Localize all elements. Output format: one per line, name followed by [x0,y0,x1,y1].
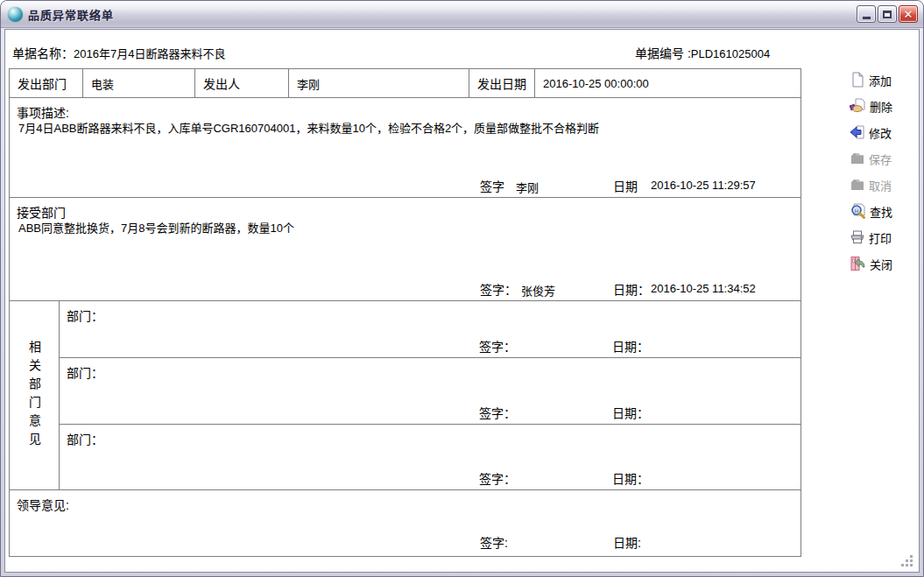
date-value: 2016-10-25 11:34:52 [651,282,756,295]
related-depts-header-cell: 相关部门意见 [10,301,60,489]
close-button[interactable]: ✕ [899,5,918,23]
modify-button[interactable]: 修改 [848,119,920,145]
receiving-section: 接受部门 ABB同意整批换货，7月8号会到新的断路器，数量10个 签字： 张俊芳… [10,198,801,301]
toolbar: 添加 删除 修改 [848,67,920,277]
issue-dept-value: 电装 [83,69,195,97]
sign-label: 签字： [480,280,517,298]
description-section: 事项描述: 7月4日ABB断路器来料不良，入库单号CGR160704001，来料… [10,98,801,198]
close-form-button[interactable]: 关闭 [848,250,920,277]
receiving-content: ABB同意整批换货，7月8号会到新的断路器，数量10个 [18,221,792,236]
minimize-icon [863,17,871,19]
doc-name-line: 单据名称：2016年7月4日断路器来料不良 [12,44,225,61]
minimize-button[interactable] [857,5,876,23]
doc-no-value: PLD161025004 [691,47,770,60]
doc-name-label: 单据名称： [12,46,74,60]
printer-icon [850,229,865,245]
print-button[interactable]: 打印 [848,224,920,250]
cancel-button[interactable]: 取消 [848,172,920,198]
issuer-value: 李刚 [289,69,469,97]
dept-label: 部门： [67,306,103,324]
date-label: 日期： [612,469,649,487]
description-label: 事项描述: [17,103,69,121]
modify-label: 修改 [869,124,892,141]
print-label: 打印 [869,229,892,246]
delete-button[interactable]: 删除 [848,93,920,119]
maximize-button[interactable] [878,5,897,23]
maximize-icon [883,11,892,18]
modify-arrow-icon [850,124,865,140]
receiving-signature-line: 签字： 张俊芳 日期： 2016-10-25 11:34:52 [10,280,801,296]
title-bar: 品质异常联络单 ✕ [1,1,923,28]
form-area: 单据名称：2016年7月4日断路器来料不良 单据编号 :PLD161025004… [4,29,920,573]
related-dept-row: 部门： 签字： 日期： [60,358,801,426]
leader-opinion-label: 领导意见: [17,496,69,513]
sign-label: 签字 [480,177,504,194]
receiving-label: 接受部门 [17,203,66,221]
related-depts-section: 相关部门意见 部门： 签字： 日期： 部门： 签字： 日期： [10,301,801,490]
save-folder-icon-disabled [850,151,865,166]
signature-line: 签字： 日期： [60,404,801,419]
date-label: 日期： [612,337,649,355]
window-title: 品质异常联络单 [28,6,857,23]
svg-text:H: H [855,208,858,213]
add-label: 添加 [869,72,892,88]
date-label: 日期： [613,280,650,298]
app-window: 品质异常联络单 ✕ 单据名称：2016年7月4日断路器来料不良 单据编号 :PL… [0,0,924,577]
date-label: 日期： [612,404,649,421]
signature-line: 签字： 日期： [60,337,801,353]
search-magnifier-icon: H [850,203,866,220]
sign-label: 签字： [479,337,516,355]
close-door-icon [850,256,866,271]
app-sphere-icon [8,7,23,22]
find-button[interactable]: H 查找 [848,198,920,224]
dept-label: 部门： [67,363,103,381]
issue-dept-label: 发出部门 [10,69,83,97]
sign-label: 签字: [480,533,508,551]
leader-opinion-section: 领导意见: 签字: 日期: [10,490,801,556]
issuer-label: 发出人 [195,69,289,97]
close-x-icon: ✕ [904,8,913,21]
quality-form-table: 发出部门 电装 发出人 李刚 发出日期 2016-10-25 00:00:00 … [9,68,801,557]
save-label: 保存 [869,151,892,167]
date-label: 日期: [613,533,641,551]
resize-grip[interactable] [901,555,913,567]
delete-label: 删除 [870,98,892,115]
description-content: 7月4日ABB断路器来料不良，入库单号CGR160704001，来料数量10个，… [18,121,792,137]
issue-date-value: 2016-10-25 00:00:00 [535,69,801,97]
cancel-label: 取消 [869,177,892,194]
sign-value: 李刚 [516,179,539,195]
signature-line: 签字： 日期： [60,469,801,485]
date-value: 2016-10-25 11:29:57 [651,179,756,192]
save-button[interactable]: 保存 [848,145,920,172]
cancel-folder-icon-disabled [850,177,865,193]
doc-no-line: 单据编号 :PLD161025004 [635,44,770,61]
find-label: 查找 [870,203,892,220]
related-dept-row: 部门： 签字： 日期： [60,425,801,489]
doc-name-value: 2016年7月4日断路器来料不良 [74,47,225,60]
leader-signature-line: 签字: 日期: [10,533,801,549]
sign-value: 张俊芳 [521,282,555,299]
sign-label: 签字： [479,404,516,421]
issue-date-label: 发出日期 [469,69,535,97]
issue-info-row: 发出部门 电装 发出人 李刚 发出日期 2016-10-25 00:00:00 [10,69,801,98]
close-form-label: 关闭 [870,256,892,272]
delete-eraser-icon [850,98,866,114]
related-dept-row: 部门： 签字： 日期： [60,301,801,358]
doc-no-label: 单据编号 : [635,46,691,60]
dept-label: 部门： [67,430,103,447]
related-depts-label: 相关部门意见 [25,341,43,451]
date-label: 日期 [613,177,638,194]
add-document-icon [850,72,865,88]
description-signature-line: 签字 李刚 日期 2016-10-25 11:29:57 [10,177,801,193]
sign-label: 签字： [479,469,516,487]
add-button[interactable]: 添加 [848,67,920,93]
